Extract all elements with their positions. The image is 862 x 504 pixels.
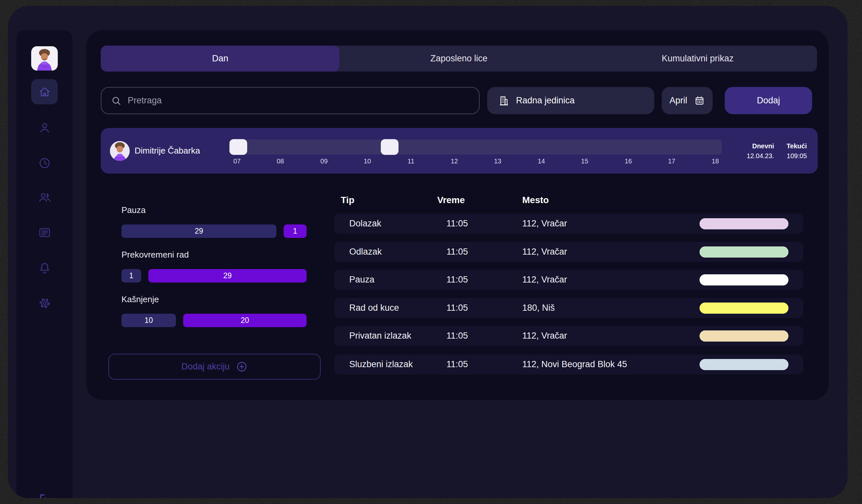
- timeline-tick: 11: [408, 158, 415, 165]
- stat-label-kasnjenje: Kašnjenje: [121, 294, 159, 305]
- sidebar-item-settings[interactable]: [37, 295, 52, 311]
- tab-kumulativni-prikaz[interactable]: Kumulativni prikaz: [578, 45, 817, 71]
- timeline-marker[interactable]: [381, 139, 399, 155]
- timeline-tick: 07: [233, 158, 240, 165]
- cell-mesto: 180, Niš: [522, 298, 555, 318]
- stat-segment[interactable]: 29: [121, 224, 276, 238]
- add-action-button[interactable]: Dodaj akciju: [108, 354, 321, 380]
- stat-label-pauza: Pauza: [121, 205, 146, 215]
- table-header-mesto: Mesto: [522, 195, 549, 205]
- timeline-tick: 12: [451, 158, 458, 165]
- table-row[interactable]: Sluzbeni izlazak 11:05 112, Novi Beograd…: [334, 354, 803, 374]
- building-icon: [498, 95, 509, 106]
- current-summary: Tekući 109:05: [786, 142, 807, 160]
- clock-icon: [37, 156, 52, 170]
- sidebar-item-reports[interactable]: [37, 225, 52, 240]
- search-input[interactable]: Pretraga: [101, 87, 480, 114]
- sidebar-item-time[interactable]: [37, 155, 52, 171]
- cell-tip: Sluzbeni izlazak: [349, 354, 413, 374]
- employee-summary: Dnevni 12.04.23. Tekući 109:05: [747, 142, 807, 160]
- timeline-tick: 17: [668, 158, 675, 165]
- month-label: April: [669, 95, 687, 106]
- daily-summary: Dnevni 12.04.23.: [747, 142, 774, 160]
- stat-segment[interactable]: 1: [121, 269, 141, 282]
- stat-segment[interactable]: 1: [284, 224, 306, 238]
- stat-bar-pauza: 29 1: [121, 224, 306, 238]
- add-button[interactable]: Dodaj: [725, 87, 812, 114]
- timeline-tick: 13: [494, 158, 501, 165]
- type-color-pill: [700, 274, 788, 286]
- employee-name: Dimitrije Čabarka: [134, 128, 200, 174]
- cell-vreme: 11:05: [446, 326, 468, 346]
- sidebar-item-logout[interactable]: [37, 492, 52, 498]
- stat-segment[interactable]: 29: [148, 269, 306, 282]
- cell-tip: Dolazak: [349, 214, 381, 234]
- sidebar-item-team[interactable]: [37, 190, 52, 205]
- document-icon: [37, 225, 52, 240]
- cell-vreme: 11:05: [446, 242, 468, 262]
- timeline-tick: 15: [581, 158, 588, 165]
- employee-avatar-illustration: [110, 141, 130, 161]
- timeline-tick: 10: [364, 158, 371, 165]
- cell-vreme: 11:05: [446, 214, 468, 234]
- cell-tip: Rad od kuce: [349, 298, 399, 318]
- table-row[interactable]: Pauza 11:05 112, Vračar: [334, 270, 803, 290]
- search-icon: [110, 95, 122, 106]
- sidebar-item-home[interactable]: [31, 79, 58, 104]
- people-icon: [37, 190, 52, 205]
- employee-avatar: [110, 141, 130, 161]
- table-row[interactable]: Dolazak 11:05 112, Vračar: [334, 214, 803, 234]
- main-panel: Dan Zaposleno lice Kumulativni prikaz Pr…: [86, 30, 828, 400]
- stat-bar-kasnjenje: 10 20: [121, 314, 306, 327]
- work-unit-filter[interactable]: Radna jedinica: [487, 87, 654, 114]
- app-window: Dan Zaposleno lice Kumulativni prikaz Pr…: [8, 6, 848, 498]
- table-row[interactable]: Privatan izlazak 11:05 112, Vračar: [334, 326, 803, 346]
- sidebar-item-profile[interactable]: [37, 120, 52, 135]
- home-icon: [37, 85, 52, 99]
- stat-label-prekovremeni: Prekovremeni rad: [121, 250, 189, 260]
- bell-icon: [37, 261, 52, 275]
- sidebar: [16, 30, 73, 498]
- table-row[interactable]: Odlazak 11:05 112, Vračar: [334, 242, 803, 262]
- cell-vreme: 11:05: [446, 270, 468, 290]
- timeline-marker[interactable]: [230, 139, 247, 155]
- cell-mesto: 112, Vračar: [522, 270, 567, 290]
- timeline-tick: 16: [625, 158, 632, 165]
- timeline-track[interactable]: 07 08 09 10 11 12 13 14 15 16 17 18: [229, 140, 722, 155]
- cell-tip: Pauza: [349, 270, 375, 290]
- cell-mesto: 112, Vračar: [522, 242, 567, 262]
- cell-tip: Odlazak: [349, 242, 382, 262]
- cell-mesto: 112, Vračar: [522, 326, 567, 346]
- daily-value: 12.04.23.: [747, 152, 774, 160]
- table-header-vreme: Vreme: [437, 195, 465, 205]
- view-tabs: Dan Zaposleno lice Kumulativni prikaz: [101, 45, 817, 71]
- type-color-pill: [700, 330, 788, 342]
- tab-zaposleno-lice[interactable]: Zaposleno lice: [339, 45, 578, 71]
- cell-mesto: 112, Novi Beograd Blok 45: [522, 354, 627, 374]
- stat-segment[interactable]: 10: [121, 314, 176, 327]
- month-picker[interactable]: April: [662, 87, 713, 114]
- add-action-label: Dodaj akciju: [181, 362, 230, 372]
- table-header-tip: Tip: [341, 195, 354, 205]
- gear-icon: [37, 296, 52, 310]
- stat-segment[interactable]: 20: [183, 314, 306, 327]
- employee-row[interactable]: Dimitrije Čabarka 07 08 09 10 11 12 13 1…: [101, 128, 818, 174]
- timeline-tick: 08: [277, 158, 284, 165]
- cell-vreme: 11:05: [446, 298, 468, 318]
- current-label: Tekući: [786, 142, 807, 150]
- user-avatar[interactable]: [31, 46, 58, 70]
- table-row[interactable]: Rad od kuce 11:05 180, Niš: [334, 298, 803, 318]
- type-color-pill: [700, 303, 788, 314]
- cell-tip: Privatan izlazak: [349, 326, 411, 346]
- daily-label: Dnevni: [752, 142, 774, 150]
- calendar-icon: [694, 95, 705, 106]
- timeline-tick: 14: [538, 158, 545, 165]
- logout-icon: [37, 493, 52, 498]
- avatar-illustration: [31, 46, 58, 70]
- sidebar-item-notifications[interactable]: [37, 260, 52, 276]
- cell-mesto: 112, Vračar: [522, 214, 567, 234]
- timeline-tick: 09: [321, 158, 328, 165]
- tab-dan[interactable]: Dan: [101, 45, 339, 71]
- cell-vreme: 11:05: [446, 354, 468, 374]
- type-color-pill: [700, 247, 788, 257]
